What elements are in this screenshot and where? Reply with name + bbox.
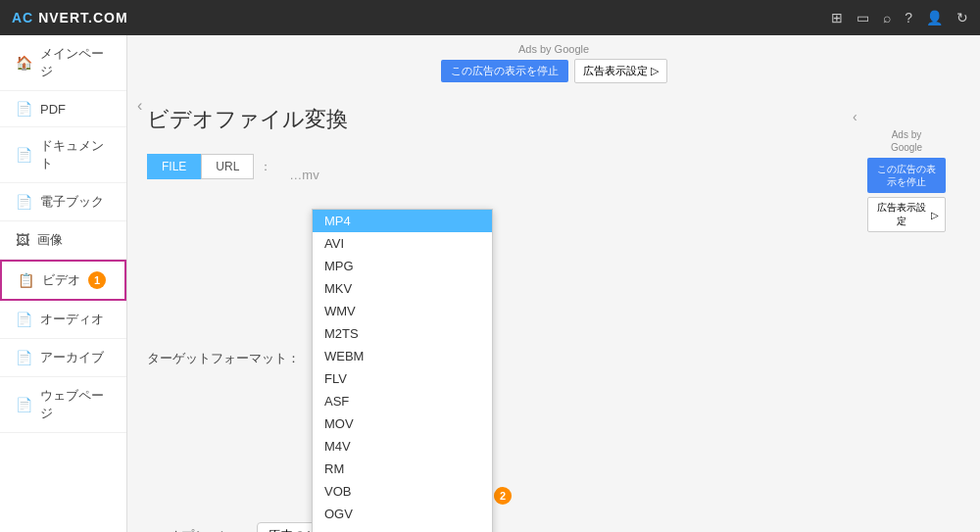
dropdown-item-webm[interactable]: WEBM [313,345,492,367]
user-icon[interactable]: 👤 [926,10,943,25]
main-layout: 🏠 メインページ 📄 PDF 📄 ドキュメント 📄 電子ブック 🖼 画像 📋 ビ… [0,35,980,532]
sidebar-item-ebook-label: 電子ブック [40,193,104,211]
content-area: Ads by Google この広告の表示を停止 広告表示設定 ▷ ‹ ビデオフ… [127,35,980,532]
topbar: AC NVERT.COM ⊞ ▭ ⌕ ? 👤 ↻ [0,0,980,35]
topbar-icons: ⊞ ▭ ⌕ ? 👤 ↻ [831,10,968,25]
file-tab[interactable]: FILE [147,154,201,179]
dropdown-item-asf[interactable]: ASF [313,390,492,412]
dropdown-item-mov[interactable]: MOV [313,412,492,435]
dropdown-item-m2ts[interactable]: M2TS [313,322,492,345]
right-ads-back-icon[interactable]: ‹ [853,109,858,124]
dropdown-item-mkv[interactable]: MKV [313,277,492,300]
right-ads-stop-label: この広告の表示を停止 [877,164,936,187]
ads-setting-label: 広告表示設定 [583,64,648,78]
sidebar-item-video-label: ビデオ [42,271,80,289]
work-area: ‹ ビデオファイル変換 FILE URL ： …mv ターゲットフォーマット： [127,89,980,532]
video-badge: 1 [88,271,106,289]
file-placeholder: …mv [289,168,318,182]
ads-stop-button[interactable]: この広告の表示を停止 [441,60,568,82]
target-format-label: ターゲットフォーマット： [147,350,300,367]
ads-top-label: Ads by Google [518,43,589,55]
logo-prefix: AC [12,10,33,25]
ads-setting-arrow-icon: ▷ [651,65,659,77]
logo-main: NVERT.COM [38,10,127,25]
dropdown-item-vob[interactable]: VOB [313,480,492,503]
refresh-icon[interactable]: ↻ [956,10,968,25]
dropdown-item-rm[interactable]: RM [313,458,492,480]
file-url-row: FILE URL ： …mv [147,154,837,195]
back-arrow-icon[interactable]: ‹ [137,97,142,115]
right-ads-stop-button[interactable]: この広告の表示を停止 [867,158,946,193]
dropdown-item-avi[interactable]: AVI [313,232,492,255]
image-icon: 🖼 [16,232,29,248]
help-icon[interactable]: ? [905,10,912,25]
sidebar-item-pdf-label: PDF [40,102,66,117]
archive-icon: 📄 [16,350,32,365]
right-ads-panel: ‹ Ads byGoogle この広告の表示を停止 広告表示設定 ▷ [853,105,960,532]
webpage-icon: 📄 [16,397,32,412]
sidebar-item-home-label: メインページ [40,45,111,80]
grid-icon[interactable]: ⊞ [831,10,843,25]
url-tab[interactable]: URL [201,154,254,179]
ads-top-area: Ads by Google この広告の表示を停止 広告表示設定 ▷ [127,35,980,89]
dropdown-item-wmv[interactable]: WMV [313,300,492,322]
dropdown-item-mp4[interactable]: MP4 [313,210,492,232]
document-icon: 📄 [16,147,32,163]
section-title: ビデオファイル変換 [147,105,837,134]
tablet-icon[interactable]: ▭ [857,10,869,25]
sidebar-item-audio[interactable]: 📄 オーディオ [0,301,126,339]
home-icon: 🏠 [16,55,32,71]
dropdown-item-m4v[interactable]: M4V [313,435,492,458]
sidebar-item-image-label: 画像 [37,231,63,249]
sidebar-item-webpage[interactable]: 📄 ウェブページ [0,377,126,433]
audio-icon: 📄 [16,312,32,327]
ads-top-buttons: この広告の表示を停止 広告表示設定 ▷ [441,59,667,83]
sidebar-item-webpage-label: ウェブページ [40,387,111,422]
pdf-icon: 📄 [16,101,32,117]
sidebar-item-pdf[interactable]: 📄 PDF [0,91,126,127]
tab-separator: ： [254,159,277,175]
sidebar-item-audio-label: オーディオ [40,311,104,328]
options-label: オプション： [147,527,245,533]
search-icon[interactable]: ⌕ [883,10,891,25]
dropdown-item-flv[interactable]: FLV [313,367,492,390]
video-icon: 📋 [18,272,34,288]
right-ads-setting-button[interactable]: 広告表示設定 ▷ [867,197,946,232]
sidebar-item-video[interactable]: 📋 ビデオ 1 [0,260,126,301]
logo: AC NVERT.COM [12,10,128,25]
right-ads-setting-arrow-icon: ▷ [931,210,939,220]
sidebar-item-archive[interactable]: 📄 アーカイブ [0,339,126,377]
dropdown-item-mpg[interactable]: MPG [313,255,492,277]
format-dropdown-list[interactable]: MP4 AVI MPG MKV WMV M2TS WEBM FLV ASF MO… [312,209,493,532]
format-badge: 2 [494,487,512,505]
main-panel: ‹ ビデオファイル変換 FILE URL ： …mv ターゲットフォーマット： [147,105,837,532]
dropdown-container: MP4 AVI MPG MKV WMV M2TS WEBM FLV ASF MO… [312,209,488,508]
sidebar-item-home[interactable]: 🏠 メインページ [0,35,126,91]
dropdown-item-ogv[interactable]: OGV [313,503,492,525]
sidebar-item-archive-label: アーカイブ [40,349,104,366]
dropdown-item-swf[interactable]: SWF [313,525,492,532]
sidebar-item-image[interactable]: 🖼 画像 [0,221,126,260]
sidebar-item-ebook[interactable]: 📄 電子ブック [0,183,126,221]
sidebar-item-document-label: ドキュメント [40,137,111,172]
right-ads-label: Ads byGoogle [891,128,922,154]
ebook-icon: 📄 [16,194,32,210]
sidebar: 🏠 メインページ 📄 PDF 📄 ドキュメント 📄 電子ブック 🖼 画像 📋 ビ… [0,35,127,532]
ads-setting-button[interactable]: 広告表示設定 ▷ [574,59,667,83]
sidebar-item-document[interactable]: 📄 ドキュメント [0,127,126,183]
file-url-tabs: FILE URL ： [147,154,277,179]
target-format-row: ターゲットフォーマット： MP4 AVI MPG MKV WMV M2TS WE… [147,209,837,508]
right-ads-setting-label: 広告表示設定 [874,201,929,228]
